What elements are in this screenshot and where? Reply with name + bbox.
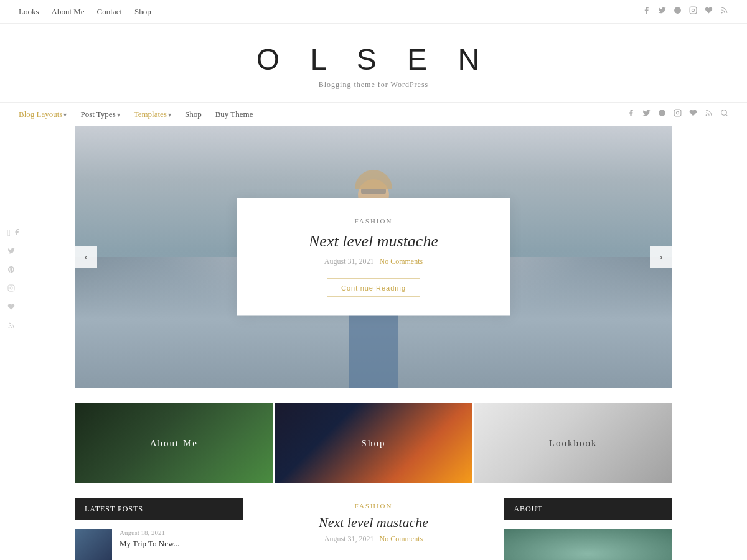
- left-heart-icon[interactable]: [7, 303, 21, 313]
- nav-search-icon[interactable]: [720, 109, 728, 119]
- center-featured-post: Fashion Next level mustache August 31, 2…: [256, 498, 492, 560]
- card-lookbook[interactable]: Lookbook: [474, 403, 672, 483]
- nav-shop[interactable]: Shop: [185, 110, 202, 119]
- main-content: Fashion Next level mustache August 31, 2…: [62, 126, 685, 560]
- nav-blog-layouts[interactable]: Blog Layouts▾: [19, 110, 67, 119]
- svg-rect-4: [690, 7, 697, 14]
- card-shop-label: Shop: [362, 438, 386, 449]
- continue-reading-button[interactable]: Continue Reading: [327, 279, 420, 297]
- card-shop[interactable]: Shop: [275, 403, 473, 483]
- top-rss-icon[interactable]: [720, 6, 728, 17]
- about-widget: About: [504, 498, 672, 560]
- featured-post-comments[interactable]: No Comments: [380, 534, 423, 543]
- latest-posts-title: Latest Posts: [75, 498, 243, 520]
- about-widget-title: About: [504, 498, 672, 520]
- latest-post-date: August 18, 2021: [120, 529, 243, 536]
- nav-post-types[interactable]: Post Types▾: [80, 110, 120, 119]
- svg-line-10: [726, 114, 727, 116]
- card-grid: About Me Shop Lookbook: [75, 403, 672, 483]
- hero-overlay-card: Fashion Next level mustache August 31, 2…: [237, 198, 510, 316]
- featured-post-category: Fashion: [256, 502, 492, 510]
- latest-post-title: My Trip To New...: [120, 539, 243, 549]
- top-social-icons: [642, 6, 728, 17]
- hero-slider: Fashion Next level mustache August 31, 2…: [75, 126, 672, 388]
- svg-point-5: [721, 12, 722, 13]
- about-thumbnail: [504, 529, 672, 560]
- left-instagram-icon[interactable]: [7, 284, 21, 294]
- top-nav-looks[interactable]: Looks: [19, 7, 39, 17]
- top-nav-aboutme[interactable]: About Me: [52, 7, 85, 17]
- hero-comments-link[interactable]: No Comments: [380, 257, 423, 266]
- featured-post-title: Next level mustache: [256, 515, 492, 531]
- slider-next-button[interactable]: ›: [650, 246, 672, 268]
- latest-posts-widget: Latest Posts August 18, 2021 My Trip To …: [75, 498, 243, 560]
- svg-rect-7: [674, 110, 681, 116]
- nav-twitter-icon[interactable]: [642, 109, 651, 119]
- nav-templates[interactable]: Templates▾: [134, 110, 171, 119]
- top-nav-contact[interactable]: Contact: [97, 7, 122, 17]
- svg-rect-0: [8, 285, 14, 291]
- hero-meta: August 31, 2021 No Comments: [268, 257, 479, 266]
- bottom-grid: Latest Posts August 18, 2021 My Trip To …: [75, 498, 672, 560]
- hero-category: Fashion: [268, 217, 479, 225]
- card-lookbook-label: Lookbook: [549, 438, 598, 449]
- left-pinterest-icon[interactable]: [7, 266, 21, 276]
- hero-date: August 31, 2021: [324, 257, 374, 266]
- hero-title: Next level mustache: [268, 232, 479, 251]
- main-nav-bar: Blog Layouts▾ Post Types▾ Templates▾ Sho…: [0, 102, 747, 126]
- nav-instagram-icon[interactable]: [674, 109, 682, 119]
- card-about-me[interactable]: About Me: [75, 403, 273, 483]
- top-bar: Looks About Me Contact Shop: [0, 0, 747, 24]
- svg-point-8: [706, 115, 707, 116]
- card-about-me-label: About Me: [150, 438, 198, 449]
- latest-post-item: August 18, 2021 My Trip To New...: [75, 529, 243, 560]
- left-rss-icon[interactable]: [7, 322, 21, 332]
- svg-point-3: [674, 7, 681, 14]
- nav-heart-icon[interactable]: [689, 109, 697, 119]
- main-nav: Blog Layouts▾ Post Types▾ Templates▾ Sho…: [19, 110, 253, 119]
- nav-pinterest-icon[interactable]: [658, 109, 666, 119]
- top-heart-icon[interactable]: [705, 6, 713, 17]
- slider-prev-button[interactable]: ‹: [75, 246, 97, 268]
- nav-buy-theme[interactable]: Buy Theme: [215, 110, 253, 119]
- top-twitter-icon[interactable]: [658, 6, 666, 17]
- top-nav: Looks About Me Contact Shop: [19, 7, 151, 17]
- featured-post-date: August 31, 2021: [324, 534, 374, 543]
- top-instagram-icon[interactable]: [689, 6, 697, 17]
- svg-point-6: [659, 110, 665, 116]
- top-pinterest-icon[interactable]: [674, 6, 682, 17]
- nav-rss-icon[interactable]: [705, 109, 713, 119]
- site-tagline: Blogging theme for WordPress: [12, 80, 735, 90]
- main-nav-right-icons: [627, 109, 728, 119]
- left-facebook-icon[interactable]: : [7, 228, 21, 238]
- svg-point-9: [721, 110, 727, 116]
- top-nav-shop[interactable]: Shop: [134, 7, 151, 17]
- featured-post-meta: August 31, 2021 No Comments: [256, 534, 492, 544]
- site-header: O L S E N Blogging theme for WordPress: [0, 24, 747, 102]
- latest-post-info: August 18, 2021 My Trip To New...: [120, 529, 243, 549]
- left-twitter-icon[interactable]: [7, 247, 21, 257]
- svg-point-2: [9, 327, 9, 328]
- site-title: O L S E N: [12, 42, 735, 77]
- top-facebook-icon[interactable]: [642, 6, 651, 17]
- nav-facebook-icon[interactable]: [627, 109, 635, 119]
- latest-post-thumbnail: [75, 529, 112, 560]
- left-social-sidebar: : [7, 228, 21, 332]
